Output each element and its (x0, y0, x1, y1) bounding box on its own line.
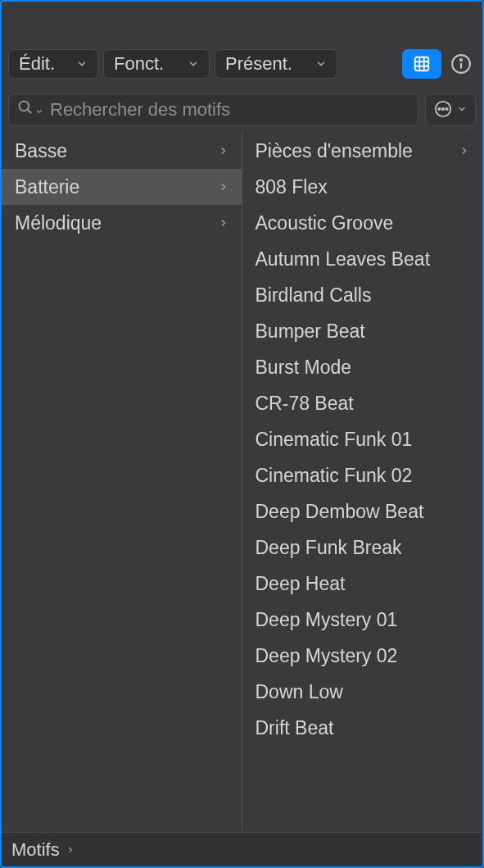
pattern-label: Autumn Leaves Beat (256, 248, 431, 270)
pattern-label: Cinematic Funk 02 (256, 465, 413, 487)
presets-menu[interactable]: Présent. (215, 49, 337, 79)
pattern-label: Deep Mystery 01 (256, 609, 398, 631)
pattern-browser: Édit. Fonct. Présent. (2, 2, 482, 866)
pattern-label: Deep Mystery 02 (256, 645, 398, 667)
pattern-row[interactable]: Deep Mystery 01 (242, 602, 483, 638)
search-input[interactable] (50, 99, 409, 120)
pattern-label: Down Low (256, 681, 343, 703)
chevron-right-icon (66, 839, 75, 861)
pattern-row[interactable]: CR-78 Beat (242, 385, 483, 421)
more-options-button[interactable] (425, 93, 476, 126)
grid-view-button[interactable] (402, 49, 441, 79)
pattern-row[interactable]: Deep Funk Break (242, 529, 483, 566)
pattern-row[interactable]: Drift Beat (242, 710, 483, 746)
presets-menu-label: Présent. (225, 53, 292, 75)
functions-menu-label: Fonct. (114, 53, 164, 75)
category-label: Batterie (15, 176, 79, 198)
category-label: Basse (15, 140, 67, 162)
ellipsis-icon (434, 100, 452, 120)
chevron-right-icon (219, 216, 228, 230)
search-icon (17, 99, 34, 120)
pattern-row[interactable]: Down Low (242, 674, 483, 710)
pattern-row[interactable]: Deep Heat (242, 566, 483, 602)
pattern-row[interactable]: Birdland Calls (242, 277, 483, 313)
pattern-row[interactable]: 808 Flex (242, 169, 483, 205)
pattern-label: Bumper Beat (256, 320, 365, 343)
edit-menu-label: Édit. (19, 53, 55, 75)
items-column: Pièces d'ensemble808 FlexAcoustic Groove… (242, 133, 483, 832)
pattern-label: Deep Heat (256, 573, 346, 595)
pattern-label: Drift Beat (256, 717, 334, 739)
chevron-right-icon (219, 143, 228, 158)
pattern-row[interactable]: Acoustic Groove (242, 205, 483, 241)
pattern-row[interactable]: Bumper Beat (242, 313, 483, 349)
breadcrumb-root[interactable]: Motifs (11, 839, 60, 861)
svg-line-9 (28, 110, 31, 113)
category-column: BasseBatterieMélodique (2, 133, 242, 832)
edit-menu[interactable]: Édit. (8, 49, 98, 79)
breadcrumb: Motifs (2, 832, 482, 866)
pattern-label: Deep Dembow Beat (256, 501, 424, 523)
chevron-down-icon (315, 58, 327, 70)
pattern-row[interactable]: Deep Dembow Beat (242, 493, 483, 529)
category-label: Mélodique (15, 212, 102, 234)
column-browser: BasseBatterieMélodique Pièces d'ensemble… (2, 133, 482, 832)
pattern-label: Deep Funk Break (256, 537, 402, 559)
pattern-label: 808 Flex (256, 176, 328, 198)
pattern-label: Birdland Calls (256, 284, 372, 307)
svg-point-13 (446, 107, 447, 109)
svg-rect-0 (415, 57, 429, 71)
svg-point-7 (460, 59, 462, 61)
chevron-down-icon (457, 104, 467, 116)
chevron-right-icon (219, 180, 228, 194)
pattern-label: CR-78 Beat (256, 393, 354, 415)
pattern-label: Acoustic Groove (256, 212, 394, 234)
pattern-row[interactable]: Burst Mode (242, 349, 483, 385)
category-row[interactable]: Batterie (2, 169, 242, 205)
functions-menu[interactable]: Fonct. (103, 49, 210, 79)
info-button[interactable] (446, 49, 476, 79)
pattern-row[interactable]: Deep Mystery 02 (242, 638, 483, 674)
pattern-row[interactable]: Autumn Leaves Beat (242, 241, 483, 277)
chevron-right-icon (459, 143, 469, 158)
chevron-down-icon (188, 58, 199, 70)
pattern-row[interactable]: Cinematic Funk 01 (242, 421, 483, 457)
toolbar: Édit. Fonct. Présent. (2, 41, 482, 87)
pattern-label: Cinematic Funk 01 (256, 429, 413, 451)
pattern-row[interactable]: Cinematic Funk 02 (242, 457, 483, 493)
category-row[interactable]: Mélodique (2, 205, 242, 241)
pattern-label: Burst Mode (256, 357, 352, 379)
search-bar (2, 87, 482, 133)
chevron-down-icon (35, 99, 43, 120)
chevron-down-icon (76, 58, 88, 70)
pattern-row[interactable]: Pièces d'ensemble (242, 133, 483, 169)
svg-point-12 (442, 107, 444, 109)
svg-point-11 (438, 107, 440, 109)
pattern-label: Pièces d'ensemble (256, 140, 413, 162)
category-row[interactable]: Basse (2, 133, 242, 169)
search-field-container[interactable] (8, 93, 418, 126)
